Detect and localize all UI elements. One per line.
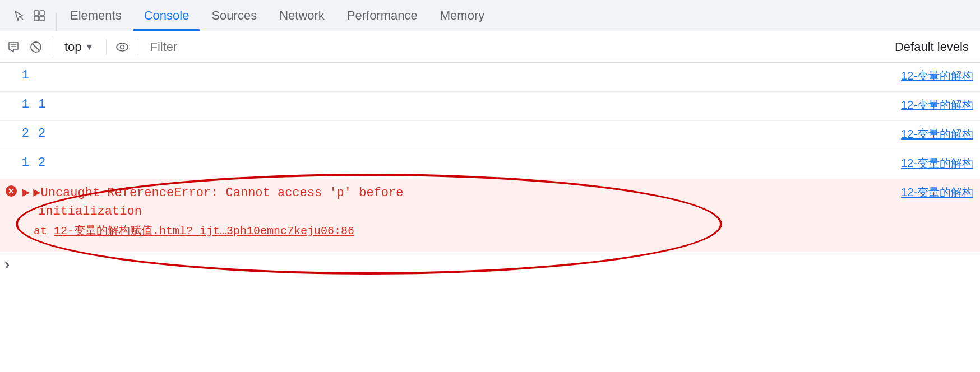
svg-marker-5: [9, 43, 18, 52]
cursor-icon[interactable]: [11, 8, 27, 24]
console-caret: ›: [4, 255, 10, 273]
inspect-icon[interactable]: [31, 8, 47, 24]
clear-console-button[interactable]: [4, 38, 22, 56]
svg-rect-3: [34, 16, 39, 21]
console-row-3: 2 2 12-变量的解构: [0, 121, 980, 150]
svg-rect-2: [40, 11, 44, 15]
svg-rect-4: [40, 16, 44, 21]
row-3-number: 2: [0, 121, 34, 150]
console-row-2: 1 1 12-变量的解构: [0, 92, 980, 121]
error-stack: at 12-变量的解构赋值.html?_ijt…3ph10emnc7keju06…: [22, 223, 896, 238]
context-value: top: [64, 40, 82, 54]
tab-sources[interactable]: Sources: [200, 0, 268, 31]
tab-performance[interactable]: Performance: [336, 0, 429, 31]
console-area: 1 12-变量的解构 1 1 12-变量的解构 2 2 12-变量的解构: [0, 63, 980, 372]
error-expand-triangle[interactable]: ▶: [22, 186, 30, 200]
error-icon: [0, 179, 22, 197]
eye-icon[interactable]: [113, 38, 131, 56]
tab-network[interactable]: Network: [268, 0, 336, 31]
row-1-content: [34, 63, 901, 91]
row-3-link[interactable]: 12-变量的解构: [901, 121, 980, 150]
tab-bar-divider: [56, 13, 57, 31]
console-row-4: 1 2 12-变量的解构: [0, 150, 980, 179]
row-2-link[interactable]: 12-变量的解构: [901, 92, 980, 120]
row-4-number: 1: [0, 150, 34, 179]
console-row-1: 1 12-变量的解构: [0, 63, 980, 92]
row-2-content: 1: [34, 92, 901, 120]
svg-line-9: [33, 43, 40, 50]
error-content: ▶▶Uncaught ReferenceError: Cannot access…: [22, 179, 901, 243]
row-1-number: 1: [0, 63, 34, 91]
svg-point-10: [117, 43, 128, 51]
block-icon[interactable]: [27, 38, 45, 56]
toolbar-divider-1: [52, 39, 52, 55]
error-stack-link[interactable]: 12-变量的解构赋值.html?_ijt…3ph10emnc7keju06:86: [54, 225, 354, 238]
toolbar-divider-2: [106, 39, 107, 55]
dropdown-icon: ▼: [85, 42, 94, 52]
default-levels-button[interactable]: Default levels: [888, 40, 976, 54]
tab-console[interactable]: Console: [133, 0, 201, 31]
row-2-number: 1: [0, 92, 34, 120]
error-row-link[interactable]: 12-变量的解构: [901, 179, 980, 206]
error-main-text: ▶▶Uncaught ReferenceError: Cannot access…: [22, 184, 896, 221]
svg-rect-1: [34, 11, 39, 15]
row-1-link[interactable]: 12-变量的解构: [901, 63, 980, 91]
console-toolbar: top ▼ Default levels: [0, 31, 980, 63]
context-selector[interactable]: top ▼: [59, 38, 99, 57]
row-4-content: 2: [34, 150, 901, 179]
row-3-content: 2: [34, 121, 901, 150]
svg-point-11: [121, 45, 124, 49]
tab-memory[interactable]: Memory: [429, 0, 496, 31]
devtools-icons: [4, 0, 54, 31]
svg-line-0: [20, 16, 23, 20]
tab-bar: Elements Console Sources Network Perform…: [0, 0, 980, 31]
row-4-link[interactable]: 12-变量的解构: [901, 150, 980, 179]
console-error-row: ▶▶Uncaught ReferenceError: Cannot access…: [0, 179, 980, 252]
tab-elements[interactable]: Elements: [59, 0, 133, 31]
toolbar-divider-3: [138, 39, 138, 55]
console-input-row: ›: [0, 252, 980, 277]
filter-input[interactable]: [145, 38, 883, 56]
